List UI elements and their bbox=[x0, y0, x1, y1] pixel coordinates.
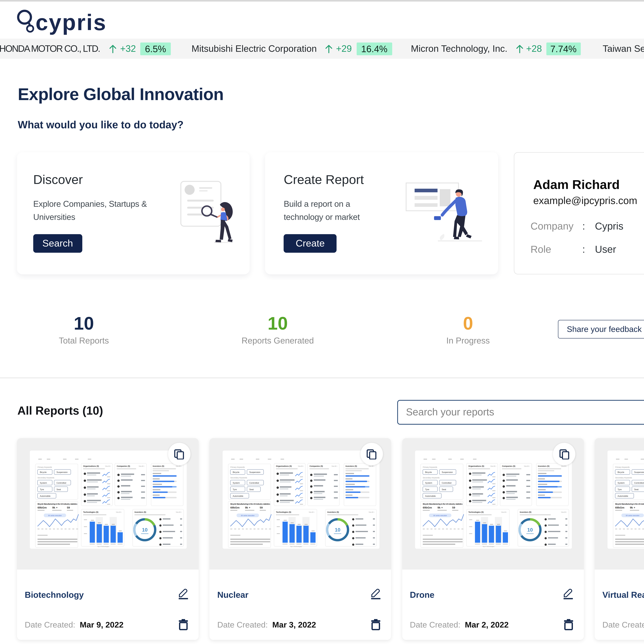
svg-text:cypris: cypris bbox=[36, 10, 107, 35]
